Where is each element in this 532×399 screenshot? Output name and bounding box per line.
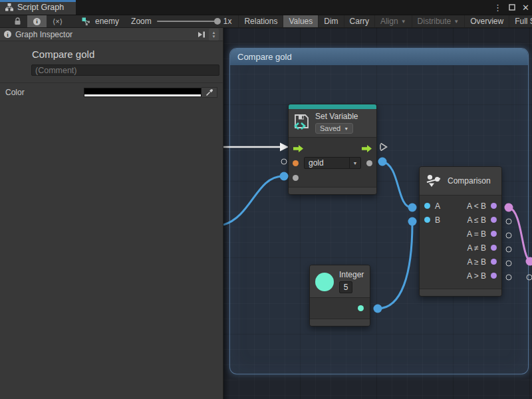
node-integer[interactable]: Integer 5 [309,265,370,327]
wire-endpoint-pink[interactable] [505,203,513,212]
inspector-title: Graph Inspector [15,30,72,39]
wire-endpoint-blue[interactable] [374,305,382,313]
comparison-row: B A ≤ B [424,213,497,227]
carry-button[interactable]: Carry [344,15,375,27]
lock-button[interactable] [8,15,27,27]
integer-value-input[interactable]: 5 [339,281,352,293]
api-preview-button[interactable]: ⟨×⟩ [47,15,68,27]
panel-scroll-spinner[interactable]: ▲ ▼ [209,29,219,41]
dock-panel-icon[interactable] [197,31,206,39]
close-icon[interactable]: ✕ [522,3,529,12]
zoom-slider[interactable] [157,21,218,22]
chevron-down-icon: ▼ [454,19,459,25]
node-set-variable[interactable]: Set Variable Saved ▼ [288,104,377,195]
output-greater-port[interactable] [491,273,497,279]
group-title: Compare gold [237,52,292,62]
comparison-header[interactable]: Comparison [420,167,501,196]
graph-node-icon [82,17,91,26]
node-title: Comparison [448,176,491,186]
spinner-down-icon[interactable]: ▼ [212,35,216,39]
value-output-port[interactable] [366,160,372,166]
color-swatch[interactable] [84,88,201,97]
toolbar-spacer [0,15,8,27]
wire-endpoint-blue[interactable] [408,203,417,212]
unconnected-endpoint-ring[interactable] [506,261,512,267]
graph-canvas[interactable]: Compare gold [223,28,532,399]
comparison-row: A A < B [424,199,497,213]
graph-hierarchy-icon [5,3,13,11]
info-mode-button[interactable]: i [27,15,47,27]
variable-name-dropdown[interactable]: gold ▼ [304,157,361,169]
flow-out-triangle-icon[interactable] [380,142,388,152]
set-variable-body: gold ▼ [289,138,376,187]
input-a-label: A [435,201,440,211]
save-variable-icon [293,114,311,132]
wire-endpoint-pink[interactable] [526,257,532,266]
value-input-port[interactable] [293,175,299,181]
lock-icon [14,17,21,25]
comparison-row: A ≥ B [424,255,497,269]
group-header[interactable]: Compare gold [230,49,528,65]
zoom-value: 1x [223,17,232,26]
output-equal-port[interactable] [491,231,497,237]
input-b-port[interactable] [424,217,430,223]
output-less-port[interactable] [491,203,497,209]
graph-name: enemy [95,17,119,26]
comment-input[interactable] [31,65,219,76]
name-input-port[interactable] [293,160,299,166]
node-title: Integer [339,270,364,279]
zoom-slider-handle[interactable] [214,18,221,25]
unconnected-endpoint-ring[interactable] [506,233,512,239]
unconnected-endpoint-ring[interactable] [506,219,512,225]
node-footer [420,289,501,296]
relations-button[interactable]: Relations [238,15,283,27]
integer-header[interactable]: Integer 5 [310,265,370,298]
unconnected-endpoint-ring[interactable] [506,247,512,253]
flow-in-port[interactable] [293,144,304,153]
integer-body [310,298,370,319]
set-variable-header[interactable]: Set Variable Saved ▼ [289,109,376,138]
align-button[interactable]: Align ▼ [375,15,412,27]
flow-out-port[interactable] [361,144,372,153]
flow-port-row [293,141,372,156]
unconnected-endpoint-ring[interactable] [506,275,512,281]
wire-endpoint-blue[interactable] [408,217,417,226]
fullscreen-button[interactable]: Full Screen [509,15,532,27]
output-label: A ≠ B [467,243,486,253]
color-field-row: Color [0,87,223,98]
wire-endpoint-blue[interactable] [378,158,387,166]
output-notequal-port[interactable] [491,245,497,251]
distribute-button[interactable]: Distribute ▼ [412,15,466,27]
inspector-header-controls: ▲ ▼ [197,29,219,41]
output-greaterequal-port[interactable] [491,259,497,265]
eyedropper-button[interactable] [201,87,217,98]
output-lessequal-port[interactable] [491,217,497,223]
output-label: A < B [467,201,486,211]
variable-kind-color-bar [289,104,376,109]
menu-dots-icon[interactable]: ⋮ [493,3,502,12]
tab-title: Script Graph [17,3,64,12]
wire-endpoint-blue[interactable] [280,172,289,181]
unconnected-endpoint-ring[interactable] [527,275,532,281]
unconnected-endpoint-ring[interactable] [281,159,287,165]
script-graph-window: Script Graph ⋮ ✕ i ⟨×⟩ [0,0,532,399]
dim-button[interactable]: Dim [319,15,344,27]
node-comparison[interactable]: Comparison A A < B [419,166,502,297]
output-label: A = B [467,229,486,239]
output-label: A ≤ B [467,215,486,225]
tab-script-graph[interactable]: Script Graph [0,0,76,15]
info-icon: i [33,18,41,25]
graph-breadcrumb[interactable]: enemy [76,15,124,27]
input-a-port[interactable] [424,203,430,209]
chevron-down-icon: ▼ [401,19,406,25]
maximize-icon[interactable] [509,4,515,11]
node-footer [310,319,370,326]
chevron-down-icon: ▼ [349,158,360,168]
variable-kind-dropdown[interactable]: Saved ▼ [315,123,353,134]
variable-name-row: gold ▼ [293,156,372,170]
overview-button[interactable]: Overview [465,15,509,27]
output-label: A > B [467,271,486,281]
integer-output-port[interactable] [358,305,364,311]
info-icon: i [4,31,11,38]
values-button[interactable]: Values [283,15,319,27]
